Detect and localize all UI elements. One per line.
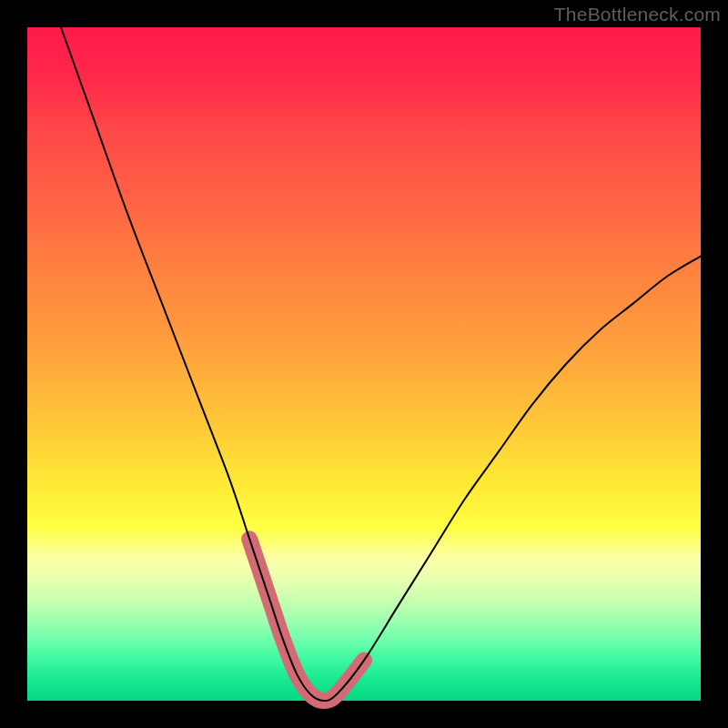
watermark-text: TheBottleneck.com — [554, 4, 721, 25]
bottleneck-highlight-path — [249, 539, 364, 701]
curve-svg — [27, 27, 701, 701]
bottleneck-curve-path — [61, 27, 701, 701]
chart-plot-area — [27, 27, 701, 701]
